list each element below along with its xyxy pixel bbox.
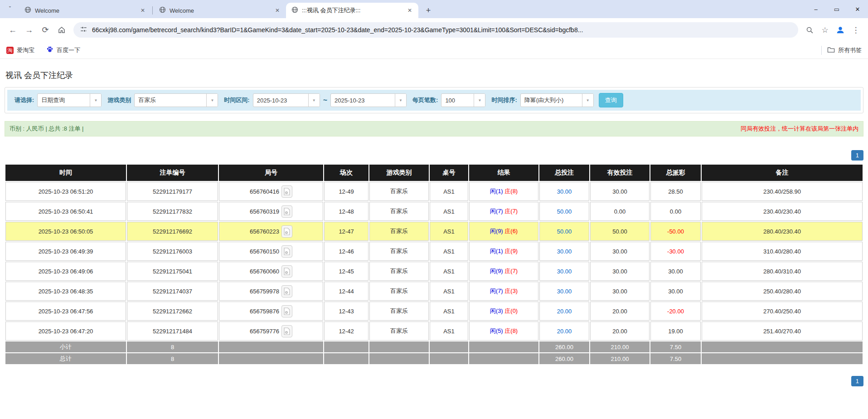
- cell-valid-bet: 30.00: [590, 282, 650, 301]
- browser-toolbar: ← → ⟳ 66cxkj98.com/game/betrecord_search…: [0, 18, 868, 42]
- bookmarks-bar: 淘 爱淘宝 百度一下 所有书签: [0, 42, 868, 59]
- tab-search-chevron-icon[interactable]: ˇ: [4, 3, 16, 15]
- cell-bet-id: 522912172662: [127, 302, 218, 321]
- cell-round: 656760060: [219, 262, 323, 281]
- bookmark-aitaobao[interactable]: 淘 爱淘宝: [6, 46, 34, 54]
- query-type-select[interactable]: 日期查询 ▼: [37, 93, 102, 107]
- forward-icon[interactable]: →: [21, 22, 37, 38]
- taobao-icon: 淘: [6, 47, 14, 54]
- cell-result: 闲(1) 庄(8): [469, 182, 538, 201]
- cell-payout: 28.50: [650, 182, 701, 201]
- tab-title: :::视讯 会员下注纪录:::: [302, 6, 402, 15]
- cell-payout: 30.00: [650, 282, 701, 301]
- game-type-select[interactable]: 百家乐 ▼: [134, 93, 218, 107]
- cell-payout: -20.00: [650, 302, 701, 321]
- new-tab-button[interactable]: +: [422, 4, 435, 17]
- cell-bet-id: 522912171484: [127, 322, 218, 341]
- video-replay-icon[interactable]: [281, 245, 292, 258]
- cell-valid-bet: 20.00: [590, 302, 650, 321]
- video-replay-icon[interactable]: [281, 225, 292, 238]
- bet-row: 2025-10-23 06:49:39 522912176003 6567601…: [5, 242, 863, 261]
- cell-note: 280.40/230.40: [702, 222, 863, 241]
- profile-avatar[interactable]: [833, 22, 848, 38]
- home-icon[interactable]: [53, 22, 70, 38]
- cell-payout: 0.00: [650, 202, 701, 221]
- cell-total-bet[interactable]: 30.00: [539, 262, 589, 281]
- cell-session: 12-44: [324, 282, 369, 301]
- window-close-icon[interactable]: ✕: [847, 0, 868, 18]
- back-icon[interactable]: ←: [5, 22, 21, 38]
- globe-icon: [159, 6, 166, 15]
- all-bookmarks-button[interactable]: 所有书签: [827, 46, 862, 54]
- window-maximize-icon[interactable]: ▭: [826, 0, 847, 18]
- cell-round: 656759978: [219, 282, 323, 301]
- cell-result: 闲(7) 庄(7): [469, 202, 538, 221]
- video-replay-icon[interactable]: [281, 305, 292, 317]
- cell-total-bet[interactable]: 50.00: [539, 202, 589, 221]
- page-1-button[interactable]: 1: [851, 150, 863, 161]
- cell-table: AS1: [430, 282, 468, 301]
- menu-dots-icon[interactable]: ⋮: [848, 22, 863, 38]
- cell-total-bet[interactable]: 30.00: [539, 242, 589, 261]
- tab-welcome-2[interactable]: Welcome ✕: [154, 3, 286, 18]
- bet-row: 2025-10-23 06:47:20 522912171484 6567597…: [5, 322, 863, 341]
- video-replay-icon[interactable]: [281, 285, 292, 297]
- tab-welcome-1[interactable]: Welcome ✕: [19, 3, 151, 18]
- chevron-down-icon: ▼: [308, 94, 320, 107]
- cell-bet-id: 522912177832: [127, 202, 218, 221]
- date-end-select[interactable]: 2025-10-23 ▼: [330, 93, 407, 107]
- cell-valid-bet: 50.00: [590, 222, 650, 241]
- bookmark-star-icon[interactable]: ☆: [817, 22, 833, 38]
- page-content: 视讯 会员下注纪录 请选择: 日期查询 ▼ 游戏类别 百家乐 ▼ 时间区间: 2…: [0, 70, 868, 386]
- page-1-button[interactable]: 1: [851, 376, 863, 386]
- tab-divider: [152, 6, 153, 15]
- video-replay-icon[interactable]: [281, 205, 292, 218]
- tab-bet-records-active[interactable]: :::视讯 会员下注纪录::: ✕: [286, 3, 418, 18]
- cell-table: AS1: [430, 302, 468, 321]
- address-bar[interactable]: 66cxkj98.com/game/betrecord_search/kind3…: [73, 22, 798, 38]
- cell-note: 230.40/258.90: [702, 182, 863, 201]
- column-header: 总投注: [539, 165, 589, 181]
- game-type-label: 游戏类别: [107, 96, 131, 104]
- cell-result: 闲(5) 庄(8): [469, 322, 538, 341]
- date-start-select[interactable]: 2025-10-23 ▼: [253, 93, 320, 107]
- tab-title: Welcome: [170, 7, 270, 14]
- valid-bet-note-text: 同局有效投注，统一计算在该局第一张注单内: [741, 125, 858, 133]
- cell-summary-label: 小计: [5, 341, 126, 352]
- reload-icon[interactable]: ⟳: [37, 22, 53, 38]
- page-size-select[interactable]: 100 ▼: [441, 93, 485, 107]
- cell-table: AS1: [430, 222, 468, 241]
- cell-total-bet[interactable]: 20.00: [539, 322, 589, 341]
- baidu-paw-icon: [46, 46, 53, 54]
- bet-row: 2025-10-23 06:50:05 522912176692 6567602…: [5, 222, 863, 241]
- cell-total-bet[interactable]: 30.00: [539, 282, 589, 301]
- video-replay-icon[interactable]: [281, 185, 292, 198]
- tab-close-icon[interactable]: ✕: [139, 6, 147, 15]
- cell-total-bet[interactable]: 30.00: [539, 182, 589, 201]
- cell-result: 闲(7) 庄(3): [469, 282, 538, 301]
- search-button[interactable]: 查询: [599, 93, 623, 107]
- bookmark-baidu[interactable]: 百度一下: [46, 46, 80, 54]
- cell-total-bet[interactable]: 50.00: [539, 222, 589, 241]
- cell-note: 310.40/280.40: [702, 242, 863, 261]
- filter-bar: 请选择: 日期查询 ▼ 游戏类别 百家乐 ▼ 时间区间: 2025-10-23 …: [7, 90, 861, 111]
- video-replay-icon[interactable]: [281, 265, 292, 278]
- cell-time: 2025-10-23 06:50:05: [5, 222, 126, 241]
- column-header: 备注: [702, 165, 863, 181]
- url-text[interactable]: 66cxkj98.com/game/betrecord_search/kind3…: [92, 26, 583, 34]
- cell-summary-label: 总计: [5, 353, 126, 364]
- cell-note: 280.40/310.40: [702, 262, 863, 281]
- cell-table: AS1: [430, 182, 468, 201]
- cell-round: 656760223: [219, 222, 323, 241]
- sort-select[interactable]: 降冪(由大到小) ▼: [520, 93, 594, 107]
- cell-time: 2025-10-23 06:51:20: [5, 182, 126, 201]
- tab-close-icon[interactable]: ✕: [406, 6, 414, 15]
- site-settings-icon[interactable]: [80, 25, 87, 35]
- window-minimize-icon[interactable]: –: [805, 0, 826, 18]
- video-replay-icon[interactable]: [281, 325, 292, 337]
- tab-close-icon[interactable]: ✕: [273, 6, 281, 15]
- zoom-magnifier-icon[interactable]: [802, 22, 817, 38]
- cell-total-bet[interactable]: 20.00: [539, 302, 589, 321]
- cell-summary-count: 8: [127, 341, 218, 352]
- cell-valid-bet: 0.00: [590, 202, 650, 221]
